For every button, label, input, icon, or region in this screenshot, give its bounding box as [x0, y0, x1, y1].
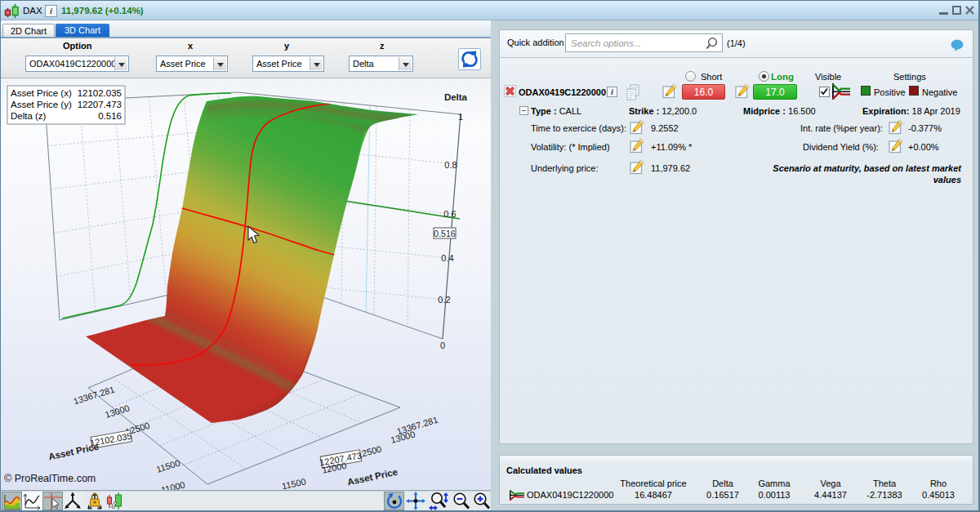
svg-text:Delta: Delta — [444, 92, 468, 102]
svg-text:12102.035: 12102.035 — [78, 88, 122, 98]
svg-text:0: 0 — [440, 341, 445, 350]
svg-text:0.2: 0.2 — [438, 295, 450, 305]
svg-text:0.8: 0.8 — [444, 160, 457, 170]
svg-text:© ProRealTime.com: © ProRealTime.com — [4, 473, 96, 484]
svg-text:0.516: 0.516 — [434, 229, 455, 238]
svg-text:0.6: 0.6 — [443, 209, 456, 219]
svg-text:Asset Price (y): Asset Price (y) — [11, 100, 72, 109]
svg-text:Asset Price (x): Asset Price (x) — [11, 88, 72, 98]
svg-text:0.516: 0.516 — [98, 111, 122, 121]
svg-text:12207.473: 12207.473 — [78, 100, 122, 109]
svg-text:Delta (z): Delta (z) — [11, 111, 47, 121]
svg-text:1: 1 — [458, 112, 463, 122]
svg-text:0.4: 0.4 — [441, 253, 453, 263]
